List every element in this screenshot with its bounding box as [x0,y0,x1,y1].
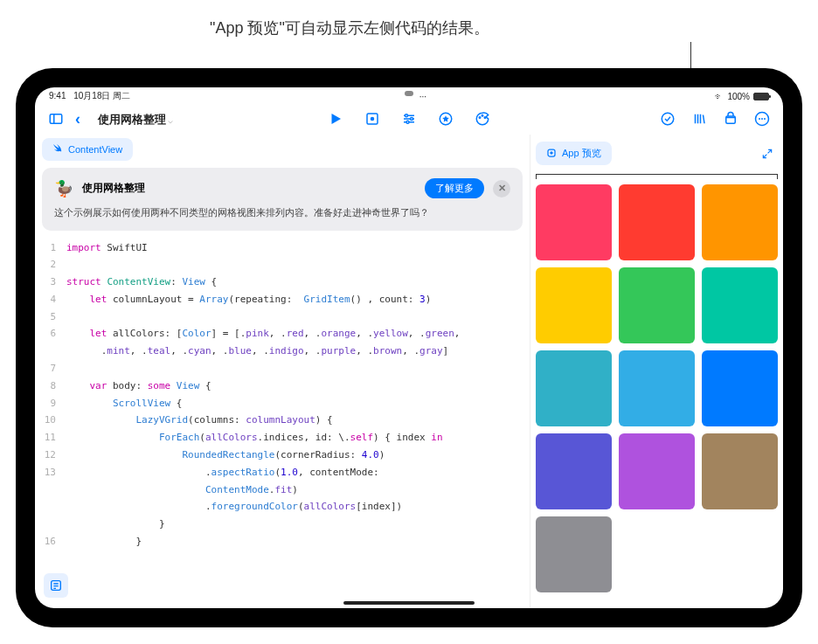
code-line[interactable]: 16 } [38,533,526,551]
document-title[interactable]: 使用网格整理⌵ [98,111,173,128]
library-button[interactable] [687,108,711,129]
code-content[interactable]: ContentMode.fit) [66,481,298,499]
line-number: 4 [38,291,66,308]
code-content[interactable]: LazyVGrid(columns: columnLayout) { [66,412,333,429]
package-button[interactable] [718,108,743,129]
editor-pane: ContentView 🦆 使用网格整理 了解更多 ✕ 这个示例展示如何使用两种… [35,135,530,608]
color-cell [536,516,612,592]
line-number [38,498,66,516]
code-line[interactable]: } [38,516,526,533]
code-content[interactable]: .aspectRatio(1.0, contentMode: [66,464,379,481]
color-cell [619,184,695,260]
code-content[interactable]: .mint, .teal, .cyan, .blue, .indigo, .pu… [66,343,448,360]
code-content[interactable]: struct ContentView: View { [66,274,217,291]
color-cell [536,267,612,343]
code-content[interactable]: ScrollView { [66,395,182,412]
line-number: 10 [38,412,66,429]
color-cell [536,350,612,426]
app-preview-icon [546,148,557,160]
outline-float-button[interactable] [44,573,68,598]
file-tab[interactable]: ContentView [42,138,133,161]
battery-icon [753,93,769,100]
status-date: 10月18日 周二 [73,91,130,100]
code-line[interactable]: 4 let columnLayout = Array(repeating: Gr… [38,291,526,308]
code-line[interactable]: 7 [38,360,526,377]
color-cell [536,433,612,509]
expand-preview-button[interactable] [757,148,778,160]
code-content[interactable]: import SwiftUI [66,239,148,257]
code-content[interactable]: let allColors: [Color] = [.pink, .red, .… [66,325,460,343]
color-cell [619,433,695,509]
content-area: ContentView 🦆 使用网格整理 了解更多 ✕ 这个示例展示如何使用两种… [35,135,783,608]
file-tab-label: ContentView [68,144,122,155]
favorites-button[interactable] [433,108,458,129]
code-line[interactable]: 9 ScrollView { [38,395,526,412]
home-indicator[interactable] [343,601,475,605]
toolbar-center [323,108,495,129]
color-cell [702,267,778,343]
svg-point-7 [406,114,408,117]
code-content[interactable]: } [66,533,142,551]
code-content[interactable]: RoundedRectangle(cornerRadius: 4.0) [66,447,385,464]
svg-point-9 [406,121,409,123]
diagnostics-button[interactable] [655,108,680,129]
code-line[interactable]: 8 var body: some View { [38,377,526,395]
sidebar-toggle-button[interactable] [44,108,68,129]
line-number: 12 [38,447,66,464]
color-cell [536,184,612,260]
svg-point-23 [764,118,766,120]
settings-sliders-button[interactable] [397,108,421,129]
code-line[interactable]: .foregroundColor(allColors[index]) [38,498,526,516]
annotation-text: "App 预览"可自动显示左侧代码的结果。 [210,17,489,38]
line-number: 1 [38,239,66,257]
code-line[interactable]: 1import SwiftUI [38,239,526,257]
wifi-icon: ᯤ [715,92,724,101]
code-content[interactable]: } [66,516,165,533]
svg-rect-0 [50,114,62,124]
svg-point-12 [482,115,483,117]
preview-tab[interactable]: App 预览 [536,142,612,165]
learn-more-button[interactable]: 了解更多 [425,178,484,198]
line-number: 9 [38,395,66,412]
line-number [38,516,66,533]
preview-pane: App 预览 [530,135,783,608]
line-number: 6 [38,325,66,343]
run-button[interactable] [323,108,348,129]
back-button[interactable]: ‹ [75,110,91,128]
code-content[interactable]: let columnLayout = Array(repeating: Grid… [66,291,431,308]
preview-tab-label: App 预览 [562,147,601,160]
toolbar: ‹ 使用网格整理⌵ [35,103,783,135]
battery-pct: 100% [727,92,750,101]
code-content[interactable]: .foregroundColor(allColors[index]) [66,498,402,516]
ipad-frame: 9:41 10月18日 周二 ··· ᯤ 100% ‹ 使用网格整理⌵ [16,68,802,627]
code-line[interactable]: 2 [38,256,526,274]
code-line[interactable]: .mint, .teal, .cyan, .blue, .indigo, .pu… [38,343,526,360]
svg-point-22 [761,118,763,120]
code-content[interactable]: var body: some View { [66,377,211,395]
appearance-button[interactable] [470,108,495,129]
info-card-icon: 🦆 [54,179,73,198]
code-line[interactable]: 3struct ContentView: View { [38,274,526,291]
close-card-button[interactable]: ✕ [493,180,510,197]
code-line[interactable]: 13 .aspectRatio(1.0, contentMode: [38,464,526,481]
color-cell [702,433,778,509]
notch [405,91,413,96]
code-line[interactable]: ContentMode.fit) [38,481,526,499]
code-content[interactable]: ForEach(allColors.indices, id: \.self) {… [66,429,443,447]
code-line[interactable]: 6 let allColors: [Color] = [.pink, .red,… [38,325,526,343]
code-line[interactable]: 12 RoundedRectangle(cornerRadius: 4.0) [38,447,526,464]
code-line[interactable]: 11 ForEach(allColors.indices, id: \.self… [38,429,526,447]
code-line[interactable]: 10 LazyVGrid(columns: columnLayout) { [38,412,526,429]
svg-point-14 [662,113,674,125]
code-editor[interactable]: 1import SwiftUI23struct ContentView: Vie… [38,236,526,609]
more-button[interactable] [750,108,774,129]
step-button[interactable] [360,108,385,129]
preview-frame-indicator [536,174,778,179]
line-number: 3 [38,274,66,291]
code-line[interactable]: 5 [38,308,526,326]
svg-line-18 [704,115,705,124]
line-number: 11 [38,429,66,447]
chevron-down-icon: ⌵ [168,115,173,125]
line-number [38,343,66,360]
status-right: ᯤ 100% [715,92,769,101]
